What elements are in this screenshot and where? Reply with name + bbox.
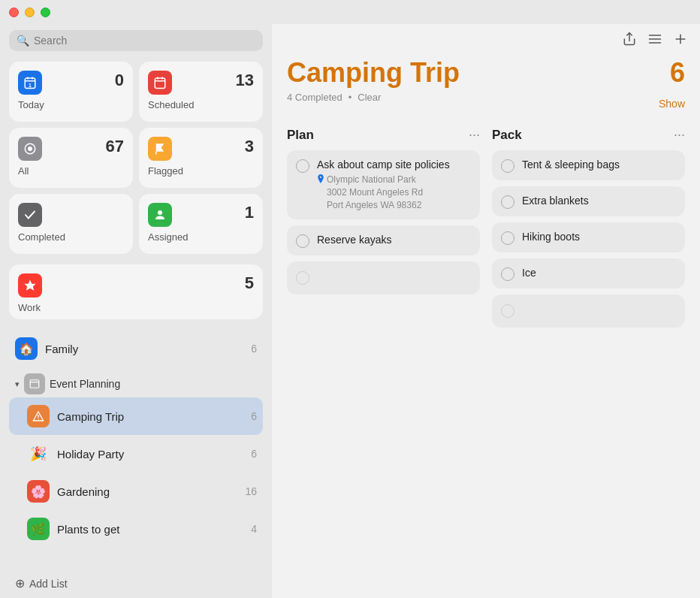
assigned-icon: [148, 203, 172, 227]
sidebar-item-plants[interactable]: 🌿 Plants to get 4: [9, 510, 263, 548]
family-count: 6: [251, 343, 257, 355]
flagged-label: Flagged: [148, 165, 254, 177]
list-title: Camping Trip: [287, 57, 460, 89]
sidebar-item-family[interactable]: 🏠 Family 6: [9, 330, 263, 367]
close-button[interactable]: [9, 8, 19, 17]
task-item[interactable]: Ice: [492, 258, 685, 288]
sidebar-item-assigned[interactable]: 1 Assigned: [139, 194, 263, 254]
plants-count: 4: [251, 523, 257, 535]
view-options-icon[interactable]: [647, 32, 662, 50]
task-columns: Plan ··· Ask about camp site policies: [287, 127, 685, 334]
sidebar-item-flagged[interactable]: 3 Flagged: [139, 128, 263, 188]
titlebar: [0, 0, 700, 24]
main-content: Camping Trip 6 4 Completed • Clear Show …: [272, 24, 700, 598]
camping-trip-label: Camping Trip: [57, 410, 243, 423]
today-count: 0: [115, 71, 124, 90]
add-list-label: Add List: [29, 578, 68, 590]
svg-point-10: [28, 146, 32, 151]
column-plan-title: Plan: [287, 128, 314, 143]
task-item[interactable]: Reserve kayaks: [287, 225, 480, 255]
work-count: 5: [245, 273, 254, 293]
plants-label: Plants to get: [57, 523, 243, 536]
event-planning-icon: [24, 373, 45, 394]
task-name: Extra blankets: [522, 194, 676, 207]
sidebar-item-gardening[interactable]: 🌸 Gardening 16: [9, 473, 263, 510]
scheduled-icon: [148, 71, 172, 95]
today-icon: 1: [18, 71, 42, 95]
task-item[interactable]: Ask about camp site policies Olympic Nat…: [287, 150, 480, 219]
show-link[interactable]: Show: [659, 98, 685, 110]
holiday-party-icon: 🎉: [27, 442, 50, 465]
task-checkbox[interactable]: [296, 159, 309, 173]
assigned-count: 1: [245, 203, 254, 222]
task-item-empty: [287, 261, 480, 294]
fullscreen-button[interactable]: [41, 8, 50, 17]
task-checkbox[interactable]: [501, 195, 514, 209]
list-subtitle-row: 4 Completed • Clear Show: [287, 92, 685, 115]
column-pack-menu-icon[interactable]: ···: [674, 127, 685, 143]
sidebar-item-completed[interactable]: Completed: [9, 194, 133, 254]
bullet-separator: •: [348, 92, 352, 103]
plants-icon: 🌿: [27, 518, 50, 540]
list-title-row: Camping Trip 6: [287, 57, 685, 89]
search-bar[interactable]: 🔍: [9, 30, 263, 51]
task-item-empty: [492, 294, 685, 328]
search-icon: 🔍: [17, 35, 29, 47]
sidebar-item-scheduled[interactable]: 13 Scheduled: [139, 62, 263, 122]
task-detail: Olympic National Park3002 Mount Angeles …: [317, 174, 471, 211]
sidebar-item-all[interactable]: 67 All: [9, 128, 133, 188]
sidebar-item-today[interactable]: 1 0 Today: [9, 62, 133, 122]
list-total: 6: [670, 57, 685, 89]
task-checkbox-empty: [296, 271, 309, 285]
task-item[interactable]: Hiking boots: [492, 222, 685, 252]
add-list-button[interactable]: ⊕ Add List: [9, 569, 263, 598]
scheduled-count: 13: [236, 71, 254, 90]
completed-icon: [18, 203, 42, 227]
add-task-icon[interactable]: [673, 32, 688, 50]
camping-trip-count: 6: [251, 410, 257, 422]
task-checkbox[interactable]: [501, 267, 514, 281]
column-plan-menu-icon[interactable]: ···: [469, 127, 480, 143]
family-icon: 🏠: [15, 337, 38, 360]
column-pack-header: Pack ···: [492, 127, 685, 143]
smart-lists-grid: 1 0 Today 13 Scheduled: [9, 62, 263, 254]
search-input[interactable]: [34, 35, 255, 47]
task-name: Ask about camp site policies: [317, 158, 471, 171]
flagged-count: 3: [245, 137, 254, 156]
share-icon[interactable]: [622, 31, 637, 51]
minimize-button[interactable]: [25, 8, 35, 17]
all-count: 67: [106, 137, 124, 156]
add-icon: ⊕: [15, 576, 25, 590]
task-checkbox[interactable]: [501, 159, 514, 173]
column-plan-header: Plan ···: [287, 127, 480, 143]
task-name: Reserve kayaks: [317, 233, 471, 246]
gardening-count: 16: [245, 485, 257, 497]
svg-marker-13: [25, 280, 36, 291]
task-checkbox[interactable]: [501, 231, 514, 245]
sidebar-item-camping-trip[interactable]: Camping Trip 6: [9, 397, 263, 435]
sidebar-item-work[interactable]: 5 Work: [9, 264, 263, 319]
all-label: All: [18, 165, 124, 177]
task-item[interactable]: Tent & sleeping bags: [492, 150, 685, 180]
camping-trip-icon: [27, 405, 50, 427]
task-name: Tent & sleeping bags: [522, 158, 676, 171]
task-checkbox[interactable]: [296, 234, 309, 248]
task-name: Hiking boots: [522, 230, 676, 243]
svg-rect-14: [30, 380, 39, 388]
scheduled-label: Scheduled: [148, 99, 254, 110]
assigned-label: Assigned: [148, 231, 254, 243]
svg-rect-5: [155, 78, 165, 89]
list-subtitle: 4 Completed • Clear: [287, 92, 381, 103]
group-event-planning[interactable]: ▾ Event Planning: [9, 367, 263, 397]
completed-count-label: 4 Completed: [287, 92, 342, 103]
svg-text:1: 1: [29, 83, 32, 88]
sidebar-item-holiday-party[interactable]: 🎉 Holiday Party 6: [9, 435, 263, 473]
main-body: Camping Trip 6 4 Completed • Clear Show …: [272, 57, 700, 598]
traffic-lights: [9, 8, 50, 17]
today-label: Today: [18, 99, 124, 110]
list-section: 🏠 Family 6 ▾ Event Planning Camping Trip: [9, 330, 263, 569]
work-label: Work: [18, 302, 254, 313]
task-item[interactable]: Extra blankets: [492, 186, 685, 216]
location-icon: [317, 174, 324, 186]
clear-link[interactable]: Clear: [358, 92, 381, 103]
